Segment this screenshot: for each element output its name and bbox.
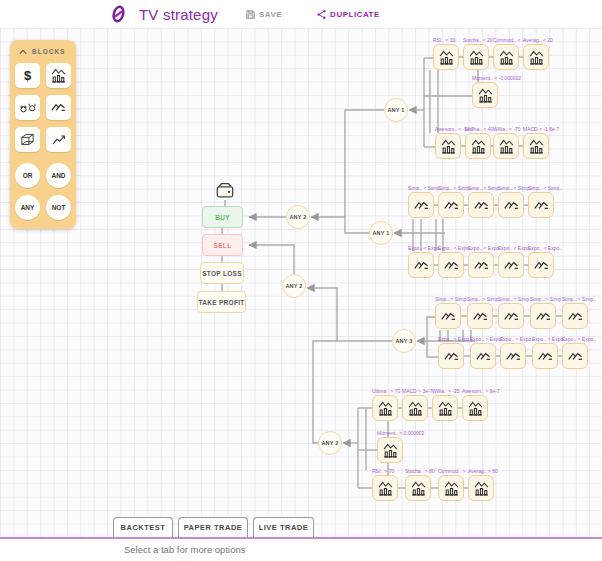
histogram-icon [470, 138, 487, 155]
peaks-icon [472, 308, 489, 325]
indicator-block[interactable]: Simp.. < Simp.. [468, 192, 494, 218]
trend-icon [51, 132, 67, 148]
indicator-block[interactable]: Expo.. < Expo.. [438, 252, 464, 278]
tab-backtest[interactable]: BACKTEST [113, 517, 173, 537]
app-logo-icon [110, 3, 127, 25]
palette-block-peaks[interactable] [46, 95, 71, 120]
peaks-icon [503, 308, 520, 325]
histogram-icon [377, 400, 394, 417]
indicator-block[interactable]: Simp.. > Simp.. [435, 303, 461, 329]
peaks-icon [50, 99, 67, 116]
indicator-block[interactable]: MACD < -1.8e-7 [523, 133, 549, 159]
indicator-block[interactable]: Expo.. < Expo.. [408, 252, 434, 278]
gate-node-any-1[interactable]: ANY 1 [369, 221, 393, 245]
tab-live-trade[interactable]: LIVE TRADE [253, 517, 314, 537]
palette-block-histogram[interactable] [46, 63, 71, 88]
indicator-block[interactable]: Expo.. < Expo.. [528, 252, 554, 278]
wallet-icon [214, 181, 236, 204]
footer: Select a tab for more options [0, 539, 602, 561]
histogram-icon [50, 67, 67, 84]
indicator-block[interactable]: Awesom.. > 9e-7 [462, 395, 488, 421]
histogram-icon [377, 480, 394, 497]
histogram-icon [437, 400, 454, 417]
indicator-block[interactable]: Stocha.. > 80 [405, 475, 431, 501]
indicator-block[interactable]: Expo.. > Expo.. [438, 343, 464, 369]
sell-node[interactable]: SELL [202, 234, 243, 256]
indicator-block[interactable]: Simp.. > Simp.. [498, 303, 524, 329]
indicator-block[interactable]: Willia.. > -25 [432, 395, 458, 421]
histogram-icon [477, 87, 494, 104]
gate-node-any-2[interactable]: ANY 2 [282, 274, 306, 298]
indicator-block[interactable]: Simp.. < Simp.. [438, 192, 464, 218]
histogram-icon [410, 480, 427, 497]
histogram-icon [443, 480, 460, 497]
indicator-block[interactable]: RSI.. < 30 [433, 44, 459, 70]
peaks-icon [473, 197, 490, 214]
peaks-icon [505, 348, 522, 365]
gate-node-any-2[interactable]: ANY 2 [318, 431, 342, 455]
peaks-icon [503, 257, 520, 274]
peaks-icon [443, 197, 460, 214]
peaks-icon [533, 257, 550, 274]
palette-gate-or[interactable]: OR [15, 163, 40, 188]
indicator-block[interactable]: Commod.. > .. [438, 475, 464, 501]
histogram-icon [407, 400, 424, 417]
indicator-block[interactable]: Commod.. < -.. [493, 44, 519, 70]
indicator-block[interactable]: Simp.. > Simp.. [530, 303, 556, 329]
histogram-icon [528, 138, 545, 155]
palette-gate-any[interactable]: ANY [15, 195, 40, 220]
tab-paper-trade[interactable]: PAPER TRADE [178, 517, 248, 537]
indicator-block[interactable]: Willia.. < -70 [493, 133, 519, 159]
palette-block-animals[interactable] [15, 95, 40, 120]
gate-node-any-1[interactable]: ANY 1 [384, 98, 408, 122]
peaks-icon [567, 308, 584, 325]
peaks-icon [537, 348, 554, 365]
palette-gate-not[interactable]: NOT [46, 195, 71, 220]
buy-node[interactable]: BUY [202, 206, 243, 228]
indicator-block[interactable]: Stocha.. < 20 [463, 44, 489, 70]
indicator-block[interactable]: Moment.. < -0.000002 [472, 82, 498, 108]
indicator-block[interactable]: Simp.. < Simp.. [408, 192, 434, 218]
palette-gate-and[interactable]: AND [46, 163, 71, 188]
peaks-icon [503, 197, 520, 214]
indicator-block[interactable]: RSI.. > 70 [372, 475, 398, 501]
take-profit-node[interactable]: TAKE PROFIT [197, 291, 246, 313]
gate-node-any-2[interactable]: ANY 2 [286, 205, 310, 229]
indicator-block[interactable]: Expo.. < Expo.. [468, 252, 494, 278]
peaks-icon [567, 348, 584, 365]
indicator-block[interactable]: MACD > 3e-7 [402, 395, 428, 421]
indicator-block[interactable]: Averag.. > 80 [468, 475, 494, 501]
indicator-block[interactable]: Simp.. > Simp.. [562, 303, 588, 329]
indicator-block[interactable]: Averag.. < 20 [523, 44, 549, 70]
gate-node-any-3[interactable]: ANY 3 [392, 329, 416, 353]
indicator-block[interactable]: Ultima.. < 40 [465, 133, 491, 159]
peaks-icon [443, 257, 460, 274]
peaks-icon [475, 348, 492, 365]
blocks-panel-header[interactable]: BLOCKS [19, 48, 71, 55]
duplicate-button[interactable]: DUPLICATE [313, 7, 383, 22]
histogram-icon [498, 138, 515, 155]
indicator-block[interactable]: Expo.. > Expo.. [562, 343, 588, 369]
indicator-block[interactable]: Simp.. > Simp.. [467, 303, 493, 329]
indicator-block[interactable]: Expo.. > Expo.. [532, 343, 558, 369]
palette-block-cube[interactable] [15, 127, 40, 152]
indicator-block[interactable]: Awesom.. < -9e-7 [435, 133, 461, 159]
indicator-block[interactable]: Ultima.. > 70 [372, 395, 398, 421]
save-button[interactable]: SAVE [242, 7, 285, 22]
dollar-icon: $ [24, 68, 31, 83]
stop-loss-node[interactable]: STOP LOSS [200, 262, 244, 284]
histogram-icon [440, 138, 457, 155]
footer-hint: Select a tab for more options [124, 544, 245, 555]
indicator-block[interactable]: Expo.. > Expo.. [470, 343, 496, 369]
indicator-block[interactable]: Simp.. < Simp.. [528, 192, 554, 218]
palette-block-dollar[interactable]: $ [15, 63, 40, 88]
indicator-block[interactable]: Simp.. < Simp.. [498, 192, 524, 218]
histogram-icon [468, 49, 485, 66]
peaks-icon [413, 257, 430, 274]
indicator-block[interactable]: Expo.. > Expo.. [500, 343, 526, 369]
indicator-block[interactable]: Moment.. > 0.000002 [377, 437, 403, 463]
histogram-icon [528, 49, 545, 66]
indicator-block[interactable]: Expo.. < Expo.. [498, 252, 524, 278]
palette-block-trend[interactable] [46, 127, 71, 152]
peaks-icon [443, 348, 460, 365]
